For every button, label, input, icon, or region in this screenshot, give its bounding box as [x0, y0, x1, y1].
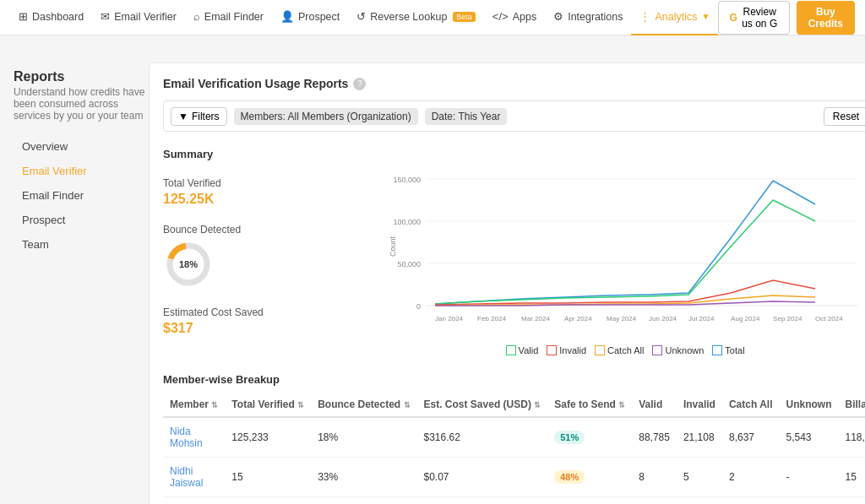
sort-total-icon[interactable]: ⇅ — [297, 401, 304, 409]
filter-bar: ▼ Filters Members: All Members (Organiza… — [163, 100, 865, 132]
nav-apps[interactable]: </> Apps — [484, 0, 545, 35]
chart-area: 150,000 100,000 50,000 0 Count — [315, 171, 865, 360]
safe-badge-1: 48% — [554, 470, 585, 484]
member-link-0[interactable]: Nida Mohsin — [170, 425, 203, 449]
member-table: Member ⇅ Total Verified ⇅ Bounce Detecte… — [163, 393, 865, 497]
svg-text:Oct 2024: Oct 2024 — [815, 315, 843, 322]
email-finder-icon: ⌕ — [193, 10, 200, 23]
nav-prospect[interactable]: 👤 Prospect — [272, 0, 348, 35]
cell-cost-1: $0.07 — [417, 458, 548, 497]
apps-icon: </> — [492, 10, 509, 23]
filters-button[interactable]: ▼ Filters — [171, 107, 227, 126]
cell-cost-0: $316.62 — [417, 417, 548, 458]
legend-unknown: Unknown — [652, 345, 704, 355]
member-link-1[interactable]: Nidhi Jaiswal — [170, 465, 203, 489]
nav-reverse-lookup-label: Reverse Lookup — [370, 11, 447, 23]
nav-email-finder-label: Email Finder — [204, 11, 264, 23]
cell-safe-0: 51% — [547, 417, 632, 458]
nav-analytics[interactable]: ⋮ Analytics ▼ — [631, 0, 718, 35]
cell-billable-1: 15 — [839, 458, 865, 497]
cell-catch-all-0: 8,637 — [722, 417, 780, 458]
email-verifier-icon: ✉ — [101, 10, 110, 23]
table-row: Nidhi Jaiswal 15 33% $0.07 48% 8 5 2 - 1… — [163, 458, 865, 497]
reports-title: Reports — [14, 69, 149, 84]
review-button[interactable]: G Review us on G — [718, 1, 789, 35]
bounce-detected-metric: Bounce Detected 18% — [163, 224, 315, 290]
cell-catch-all-1: 2 — [722, 458, 780, 497]
prospect-icon: 👤 — [280, 10, 294, 23]
summary-header: Summary ∧ — [163, 144, 865, 164]
cell-total-verified-1: 15 — [225, 458, 311, 497]
col-total-verified: Total Verified ⇅ — [225, 393, 311, 417]
sidebar: Reports Understand how credits have been… — [14, 62, 149, 504]
svg-text:May 2024: May 2024 — [607, 315, 637, 322]
sidebar-item-overview[interactable]: Overview — [14, 135, 149, 158]
cell-member-0: Nida Mohsin — [163, 417, 225, 458]
sidebar-item-email-verifier[interactable]: Email Verifier — [14, 160, 149, 182]
chart-legend: Valid Invalid Catch All — [315, 345, 865, 355]
integrations-icon: ⚙ — [553, 10, 563, 23]
svg-text:Aug 2024: Aug 2024 — [731, 315, 760, 322]
sort-cost-icon[interactable]: ⇅ — [534, 401, 541, 409]
col-safe-to-send: Safe to Send ⇅ — [547, 393, 632, 417]
filter-icon: ▼ — [178, 111, 188, 122]
sidebar-item-prospect[interactable]: Prospect — [14, 209, 149, 231]
nav-email-finder[interactable]: ⌕ Email Finder — [185, 0, 272, 35]
cost-saved-label: Estimated Cost Saved — [163, 306, 315, 318]
svg-text:Sep 2024: Sep 2024 — [773, 315, 802, 322]
cell-unknown-0: 5,543 — [780, 417, 839, 458]
content-header: Email Verification Usage Reports ? — [163, 77, 865, 90]
svg-text:150,000: 150,000 — [394, 176, 422, 184]
bounce-donut: 18% — [163, 239, 214, 290]
summary-section: Summary ∧ Total Verified 125.25K Bounce … — [163, 144, 865, 360]
table-section: Member-wise Breakup Member ⇅ Total Verif… — [163, 373, 865, 497]
content-area: Email Verification Usage Reports ? ▼ Fil… — [149, 62, 865, 504]
cell-bounce-0: 18% — [311, 417, 416, 458]
cell-total-verified-0: 125,233 — [225, 417, 311, 458]
legend-invalid-label: Invalid — [559, 345, 586, 355]
nav-right: G Review us on G Buy Credits — [718, 1, 855, 35]
cell-bounce-1: 33% — [311, 458, 416, 497]
nav-items: ⊞ Dashboard ✉ Email Verifier ⌕ Email Fin… — [10, 0, 718, 35]
reset-button[interactable]: Reset — [824, 107, 865, 126]
main-content: Reports Understand how credits have been… — [0, 49, 865, 504]
legend-total: Total — [712, 345, 744, 355]
buy-credits-button[interactable]: Buy Credits — [797, 1, 855, 35]
table-title: Member-wise Breakup — [163, 373, 865, 386]
legend-invalid: Invalid — [547, 345, 586, 355]
cell-member-1: Nidhi Jaiswal — [163, 458, 225, 497]
reports-header: Reports Understand how credits have been… — [14, 69, 149, 122]
nav-dashboard-label: Dashboard — [32, 11, 84, 23]
sidebar-item-team[interactable]: Team — [14, 233, 149, 256]
cell-safe-1: 48% — [547, 458, 632, 497]
summary-body: Total Verified 125.25K Bounce Detected 1… — [163, 171, 865, 360]
g-icon: G — [729, 12, 737, 24]
nav-reverse-lookup[interactable]: ↺ Reverse Lookup Beta — [348, 0, 484, 35]
sidebar-item-email-finder[interactable]: Email Finder — [14, 184, 149, 207]
nav-integrations-label: Integrations — [568, 11, 623, 23]
filter-date-tag[interactable]: Date: This Year — [425, 108, 508, 125]
nav-email-verifier[interactable]: ✉ Email Verifier — [92, 0, 185, 35]
total-verified-metric: Total Verified 125.25K — [163, 177, 315, 207]
dashboard-icon: ⊞ — [19, 10, 28, 23]
sort-member-icon[interactable]: ⇅ — [211, 401, 218, 409]
summary-title: Summary — [163, 148, 213, 160]
cost-saved-value: $317 — [163, 321, 315, 336]
sort-bounce-icon[interactable]: ⇅ — [404, 401, 411, 409]
reverse-lookup-icon: ↺ — [356, 10, 366, 23]
bounce-percent-label: 18% — [179, 259, 198, 269]
filter-members-tag[interactable]: Members: All Members (Organization) — [234, 108, 418, 125]
nav-dashboard[interactable]: ⊞ Dashboard — [10, 0, 92, 35]
sort-safe-icon[interactable]: ⇅ — [618, 401, 625, 409]
col-billable: Billable Credits ⇅ — [839, 393, 865, 417]
section-title: Email Verification Usage Reports — [163, 77, 348, 90]
total-verified-value: 125.25K — [163, 192, 315, 207]
nav-integrations[interactable]: ⚙ Integrations — [545, 0, 631, 35]
summary-metrics: Total Verified 125.25K Bounce Detected 1… — [163, 171, 315, 360]
col-member: Member ⇅ — [163, 393, 225, 417]
cost-saved-metric: Estimated Cost Saved $317 — [163, 306, 315, 336]
analytics-icon: ⋮ — [639, 10, 650, 23]
safe-badge-0: 51% — [554, 431, 585, 444]
svg-text:Jan 2024: Jan 2024 — [435, 315, 463, 322]
info-icon[interactable]: ? — [353, 78, 366, 90]
